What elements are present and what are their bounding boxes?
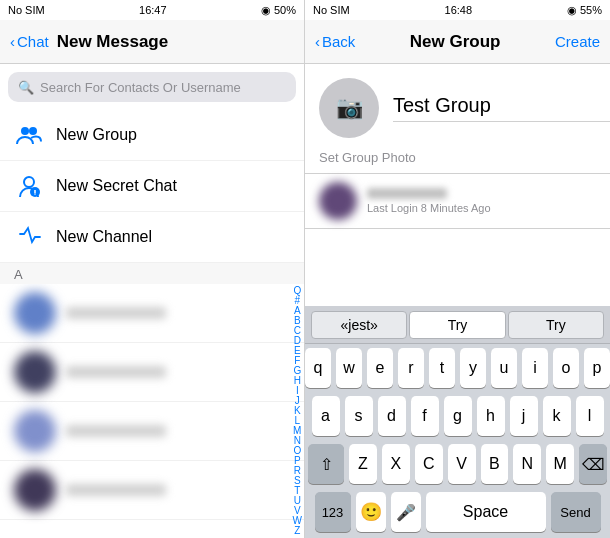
group-photo-button[interactable]: 📷 bbox=[319, 78, 379, 138]
create-button[interactable]: Create bbox=[555, 33, 600, 50]
contact-info-3 bbox=[66, 425, 290, 437]
back-button-left[interactable]: ‹ Chat bbox=[10, 33, 49, 50]
contact-info-2 bbox=[66, 366, 290, 378]
keyboard-rows: q w e r t y u i o p a s d f g h j k bbox=[305, 344, 610, 538]
key-row-3: ⇧ Z X C V B N M ⌫ bbox=[308, 444, 607, 484]
key-k[interactable]: k bbox=[543, 396, 571, 436]
key-row-2: a s d f g h j k l bbox=[308, 396, 607, 436]
new-channel-item[interactable]: New Channel bbox=[0, 212, 304, 263]
key-o[interactable]: o bbox=[553, 348, 579, 388]
keyboard-suggestions: «jest» Try Try bbox=[305, 306, 610, 344]
key-j[interactable]: j bbox=[510, 396, 538, 436]
key-n[interactable]: N bbox=[513, 444, 541, 484]
key-u[interactable]: u bbox=[491, 348, 517, 388]
key-v[interactable]: V bbox=[448, 444, 476, 484]
key-p[interactable]: p bbox=[584, 348, 610, 388]
suggestion-2[interactable]: Try bbox=[508, 311, 604, 339]
key-w[interactable]: w bbox=[336, 348, 362, 388]
search-bar[interactable]: 🔍 Search For Contacts Or Username bbox=[8, 72, 296, 102]
right-panel: No SIM 16:48 ◉ 55% ‹ Back New Group Crea… bbox=[305, 0, 610, 538]
suggestion-1[interactable]: Try bbox=[409, 311, 505, 339]
contact-list: Q # A B C D E F G H I J K L M N O P R S … bbox=[0, 284, 304, 538]
key-a[interactable]: a bbox=[312, 396, 340, 436]
suggestion-0[interactable]: «jest» bbox=[311, 311, 407, 339]
status-bar-right: No SIM 16:48 ◉ 55% bbox=[305, 0, 610, 20]
contact-row-status: Last Login 8 Minutes Ago bbox=[367, 202, 596, 214]
group-name-input[interactable] bbox=[393, 94, 610, 122]
key-d[interactable]: d bbox=[378, 396, 406, 436]
left-nav-title: New Message bbox=[57, 32, 294, 52]
key-x[interactable]: X bbox=[382, 444, 410, 484]
chevron-left-icon-right: ‹ bbox=[315, 33, 320, 50]
right-nav-bar: ‹ Back New Group Create bbox=[305, 20, 610, 64]
left-carrier: No SIM bbox=[8, 4, 45, 16]
new-group-label: New Group bbox=[56, 126, 137, 144]
avatar-4 bbox=[14, 469, 56, 511]
key-t[interactable]: t bbox=[429, 348, 455, 388]
contact-item-2[interactable] bbox=[0, 343, 304, 402]
key-f[interactable]: f bbox=[411, 396, 439, 436]
key-s[interactable]: s bbox=[345, 396, 373, 436]
new-secret-chat-item[interactable]: New Secret Chat bbox=[0, 161, 304, 212]
avatar-2 bbox=[14, 351, 56, 393]
contact-row-info: Last Login 8 Minutes Ago bbox=[367, 188, 596, 214]
key-q[interactable]: q bbox=[305, 348, 331, 388]
new-secret-chat-icon bbox=[14, 171, 44, 201]
key-e[interactable]: e bbox=[367, 348, 393, 388]
key-y[interactable]: y bbox=[460, 348, 486, 388]
back-label-right: Back bbox=[322, 33, 355, 50]
new-channel-label: New Channel bbox=[56, 228, 152, 246]
key-z[interactable]: Z bbox=[349, 444, 377, 484]
contact-name-1 bbox=[66, 307, 166, 319]
new-group-item[interactable]: New Group bbox=[0, 110, 304, 161]
left-nav-bar: ‹ Chat New Message bbox=[0, 20, 304, 64]
divider-2 bbox=[305, 228, 610, 229]
key-mic[interactable]: 🎤 bbox=[391, 492, 421, 532]
right-carrier: No SIM bbox=[313, 4, 350, 16]
svg-point-4 bbox=[34, 193, 36, 195]
right-nav-title: New Group bbox=[410, 32, 501, 52]
new-secret-chat-label: New Secret Chat bbox=[56, 177, 177, 195]
avatar-1 bbox=[14, 292, 56, 334]
search-icon: 🔍 bbox=[18, 80, 34, 95]
contact-item-3[interactable] bbox=[0, 402, 304, 461]
key-m[interactable]: M bbox=[546, 444, 574, 484]
key-i[interactable]: i bbox=[522, 348, 548, 388]
key-h[interactable]: h bbox=[477, 396, 505, 436]
key-shift[interactable]: ⇧ bbox=[308, 444, 344, 484]
svg-point-1 bbox=[29, 127, 37, 135]
key-123[interactable]: 123 bbox=[315, 492, 351, 532]
contact-avatar bbox=[319, 182, 357, 220]
svg-point-0 bbox=[21, 127, 29, 135]
contact-item-4[interactable] bbox=[0, 461, 304, 520]
key-r[interactable]: r bbox=[398, 348, 424, 388]
key-space[interactable]: Space bbox=[426, 492, 546, 532]
contact-name-4 bbox=[66, 484, 166, 496]
key-g[interactable]: g bbox=[444, 396, 472, 436]
contact-row[interactable]: Last Login 8 Minutes Ago bbox=[305, 174, 610, 228]
key-l[interactable]: l bbox=[576, 396, 604, 436]
left-panel: No SIM 16:47 ◉ 50% ‹ Chat New Message 🔍 … bbox=[0, 0, 305, 538]
back-button-right[interactable]: ‹ Back bbox=[315, 33, 355, 50]
avatar-3 bbox=[14, 410, 56, 452]
key-c[interactable]: C bbox=[415, 444, 443, 484]
key-delete[interactable]: ⌫ bbox=[579, 444, 607, 484]
key-emoji[interactable]: 🙂 bbox=[356, 492, 386, 532]
status-bar-left: No SIM 16:47 ◉ 50% bbox=[0, 0, 304, 20]
right-time: 16:48 bbox=[445, 4, 473, 16]
keyboard: «jest» Try Try q w e r t y u i o p a s d bbox=[305, 306, 610, 538]
contact-item-1[interactable] bbox=[0, 284, 304, 343]
search-placeholder: Search For Contacts Or Username bbox=[40, 80, 241, 95]
alpha-index[interactable]: Q # A B C D E F G H I J K L M N O P R S … bbox=[293, 284, 302, 538]
chevron-left-icon: ‹ bbox=[10, 33, 15, 50]
contact-info-1 bbox=[66, 307, 290, 319]
contact-name-3 bbox=[66, 425, 166, 437]
key-row-1: q w e r t y u i o p bbox=[308, 348, 607, 388]
contact-info-4 bbox=[66, 484, 290, 496]
contact-name-2 bbox=[66, 366, 166, 378]
left-signal: ◉ 50% bbox=[261, 4, 296, 17]
key-b[interactable]: B bbox=[481, 444, 509, 484]
contact-row-name bbox=[367, 188, 447, 199]
key-send[interactable]: Send bbox=[551, 492, 601, 532]
group-header: 📷 bbox=[305, 64, 610, 146]
